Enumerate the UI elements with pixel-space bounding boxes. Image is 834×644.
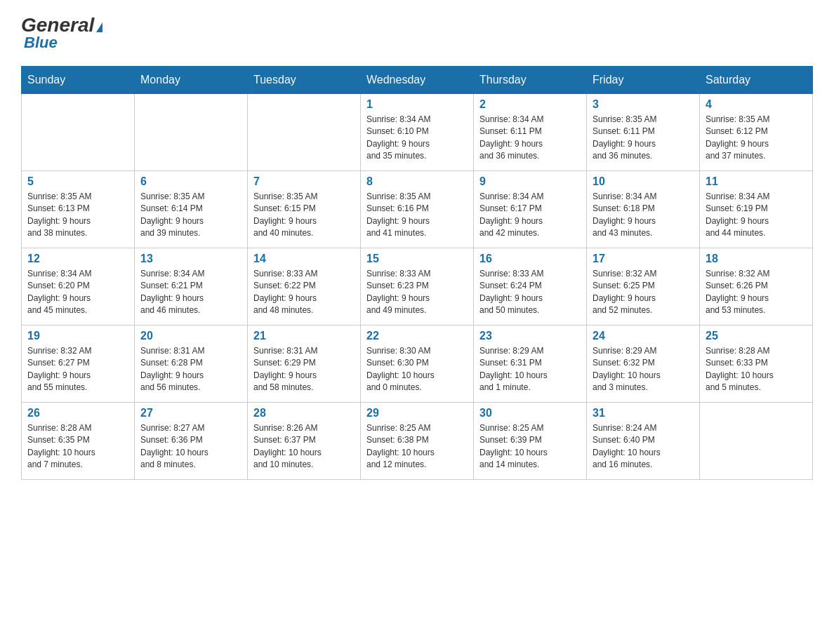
day-number: 9 (479, 175, 581, 188)
day-number: 12 (27, 253, 128, 265)
day-number: 4 (706, 98, 807, 111)
day-info: Sunrise: 8:35 AM Sunset: 6:15 PM Dayligh… (253, 191, 355, 240)
calendar-cell: 2Sunrise: 8:34 AM Sunset: 6:11 PM Daylig… (474, 94, 587, 171)
calendar-cell: 5Sunrise: 8:35 AM Sunset: 6:13 PM Daylig… (22, 171, 135, 248)
day-info: Sunrise: 8:26 AM Sunset: 6:37 PM Dayligh… (253, 422, 355, 471)
day-number: 7 (253, 175, 355, 188)
weekday-header-saturday: Saturday (700, 67, 813, 94)
day-info: Sunrise: 8:34 AM Sunset: 6:20 PM Dayligh… (27, 268, 128, 317)
day-info: Sunrise: 8:32 AM Sunset: 6:25 PM Dayligh… (593, 268, 694, 317)
calendar-cell: 17Sunrise: 8:32 AM Sunset: 6:25 PM Dayli… (587, 248, 700, 326)
day-number: 25 (706, 330, 807, 342)
day-info: Sunrise: 8:35 AM Sunset: 6:16 PM Dayligh… (366, 191, 468, 240)
day-number: 26 (27, 407, 128, 420)
day-info: Sunrise: 8:33 AM Sunset: 6:23 PM Dayligh… (366, 268, 468, 317)
calendar-cell: 19Sunrise: 8:32 AM Sunset: 6:27 PM Dayli… (22, 326, 135, 403)
weekday-header-wednesday: Wednesday (361, 67, 474, 94)
calendar-cell: 22Sunrise: 8:30 AM Sunset: 6:30 PM Dayli… (361, 326, 474, 403)
calendar-cell: 25Sunrise: 8:28 AM Sunset: 6:33 PM Dayli… (700, 326, 813, 403)
calendar-cell: 21Sunrise: 8:31 AM Sunset: 6:29 PM Dayli… (248, 326, 361, 403)
calendar-week-3: 12Sunrise: 8:34 AM Sunset: 6:20 PM Dayli… (22, 248, 813, 326)
calendar-cell: 16Sunrise: 8:33 AM Sunset: 6:24 PM Dayli… (474, 248, 587, 326)
calendar-cell (700, 403, 813, 480)
day-number: 2 (479, 98, 581, 111)
weekday-header-friday: Friday (587, 67, 700, 94)
calendar-cell: 6Sunrise: 8:35 AM Sunset: 6:14 PM Daylig… (135, 171, 248, 248)
calendar-cell: 9Sunrise: 8:34 AM Sunset: 6:17 PM Daylig… (474, 171, 587, 248)
day-info: Sunrise: 8:34 AM Sunset: 6:11 PM Dayligh… (479, 114, 581, 163)
calendar-cell: 14Sunrise: 8:33 AM Sunset: 6:22 PM Dayli… (248, 248, 361, 326)
page-header: General Blue (21, 14, 813, 52)
day-info: Sunrise: 8:35 AM Sunset: 6:14 PM Dayligh… (140, 191, 241, 240)
day-number: 31 (593, 407, 694, 420)
weekday-header-row: SundayMondayTuesdayWednesdayThursdayFrid… (22, 67, 813, 94)
day-info: Sunrise: 8:29 AM Sunset: 6:31 PM Dayligh… (479, 345, 581, 394)
calendar-week-1: 1Sunrise: 8:34 AM Sunset: 6:10 PM Daylig… (22, 94, 813, 171)
calendar-cell: 29Sunrise: 8:25 AM Sunset: 6:38 PM Dayli… (361, 403, 474, 480)
weekday-header-tuesday: Tuesday (248, 67, 361, 94)
day-info: Sunrise: 8:25 AM Sunset: 6:39 PM Dayligh… (479, 422, 581, 471)
day-number: 22 (366, 330, 468, 342)
calendar-cell: 30Sunrise: 8:25 AM Sunset: 6:39 PM Dayli… (474, 403, 587, 480)
day-number: 13 (140, 253, 241, 265)
calendar-cell: 1Sunrise: 8:34 AM Sunset: 6:10 PM Daylig… (361, 94, 474, 171)
day-info: Sunrise: 8:28 AM Sunset: 6:33 PM Dayligh… (706, 345, 807, 394)
logo-arrow-icon (96, 22, 102, 32)
logo-blue-text: Blue (24, 34, 58, 52)
calendar-cell: 28Sunrise: 8:26 AM Sunset: 6:37 PM Dayli… (248, 403, 361, 480)
day-number: 11 (706, 175, 807, 188)
calendar-cell: 4Sunrise: 8:35 AM Sunset: 6:12 PM Daylig… (700, 94, 813, 171)
calendar-cell: 24Sunrise: 8:29 AM Sunset: 6:32 PM Dayli… (587, 326, 700, 403)
day-info: Sunrise: 8:34 AM Sunset: 6:17 PM Dayligh… (479, 191, 581, 240)
day-info: Sunrise: 8:31 AM Sunset: 6:28 PM Dayligh… (140, 345, 241, 394)
calendar-cell: 27Sunrise: 8:27 AM Sunset: 6:36 PM Dayli… (135, 403, 248, 480)
day-info: Sunrise: 8:34 AM Sunset: 6:21 PM Dayligh… (140, 268, 241, 317)
day-number: 1 (366, 98, 468, 111)
day-info: Sunrise: 8:33 AM Sunset: 6:24 PM Dayligh… (479, 268, 581, 317)
day-info: Sunrise: 8:24 AM Sunset: 6:40 PM Dayligh… (593, 422, 694, 471)
day-info: Sunrise: 8:35 AM Sunset: 6:13 PM Dayligh… (27, 191, 128, 240)
day-info: Sunrise: 8:35 AM Sunset: 6:12 PM Dayligh… (706, 114, 807, 163)
logo: General Blue (21, 14, 102, 52)
day-number: 10 (593, 175, 694, 188)
calendar-cell: 10Sunrise: 8:34 AM Sunset: 6:18 PM Dayli… (587, 171, 700, 248)
day-number: 6 (140, 175, 241, 188)
calendar-cell: 11Sunrise: 8:34 AM Sunset: 6:19 PM Dayli… (700, 171, 813, 248)
calendar-cell: 26Sunrise: 8:28 AM Sunset: 6:35 PM Dayli… (22, 403, 135, 480)
weekday-header-thursday: Thursday (474, 67, 587, 94)
day-info: Sunrise: 8:30 AM Sunset: 6:30 PM Dayligh… (366, 345, 468, 394)
day-info: Sunrise: 8:35 AM Sunset: 6:11 PM Dayligh… (593, 114, 694, 163)
day-number: 20 (140, 330, 241, 342)
weekday-header-sunday: Sunday (22, 67, 135, 94)
calendar-cell: 8Sunrise: 8:35 AM Sunset: 6:16 PM Daylig… (361, 171, 474, 248)
day-info: Sunrise: 8:34 AM Sunset: 6:18 PM Dayligh… (593, 191, 694, 240)
calendar-cell: 12Sunrise: 8:34 AM Sunset: 6:20 PM Dayli… (22, 248, 135, 326)
day-info: Sunrise: 8:32 AM Sunset: 6:26 PM Dayligh… (706, 268, 807, 317)
day-number: 30 (479, 407, 581, 420)
day-number: 14 (253, 253, 355, 265)
day-number: 24 (593, 330, 694, 342)
day-number: 19 (27, 330, 128, 342)
day-number: 28 (253, 407, 355, 420)
calendar-cell: 20Sunrise: 8:31 AM Sunset: 6:28 PM Dayli… (135, 326, 248, 403)
day-info: Sunrise: 8:29 AM Sunset: 6:32 PM Dayligh… (593, 345, 694, 394)
day-info: Sunrise: 8:27 AM Sunset: 6:36 PM Dayligh… (140, 422, 241, 471)
weekday-header-monday: Monday (135, 67, 248, 94)
day-number: 16 (479, 253, 581, 265)
day-info: Sunrise: 8:28 AM Sunset: 6:35 PM Dayligh… (27, 422, 128, 471)
day-number: 18 (706, 253, 807, 265)
day-number: 21 (253, 330, 355, 342)
day-info: Sunrise: 8:25 AM Sunset: 6:38 PM Dayligh… (366, 422, 468, 471)
calendar-cell: 23Sunrise: 8:29 AM Sunset: 6:31 PM Dayli… (474, 326, 587, 403)
day-number: 8 (366, 175, 468, 188)
day-info: Sunrise: 8:32 AM Sunset: 6:27 PM Dayligh… (27, 345, 128, 394)
calendar-week-2: 5Sunrise: 8:35 AM Sunset: 6:13 PM Daylig… (22, 171, 813, 248)
day-number: 15 (366, 253, 468, 265)
calendar-cell (22, 94, 135, 171)
calendar-week-4: 19Sunrise: 8:32 AM Sunset: 6:27 PM Dayli… (22, 326, 813, 403)
calendar-cell: 18Sunrise: 8:32 AM Sunset: 6:26 PM Dayli… (700, 248, 813, 326)
day-number: 29 (366, 407, 468, 420)
calendar-cell: 3Sunrise: 8:35 AM Sunset: 6:11 PM Daylig… (587, 94, 700, 171)
day-number: 27 (140, 407, 241, 420)
day-number: 5 (27, 175, 128, 188)
